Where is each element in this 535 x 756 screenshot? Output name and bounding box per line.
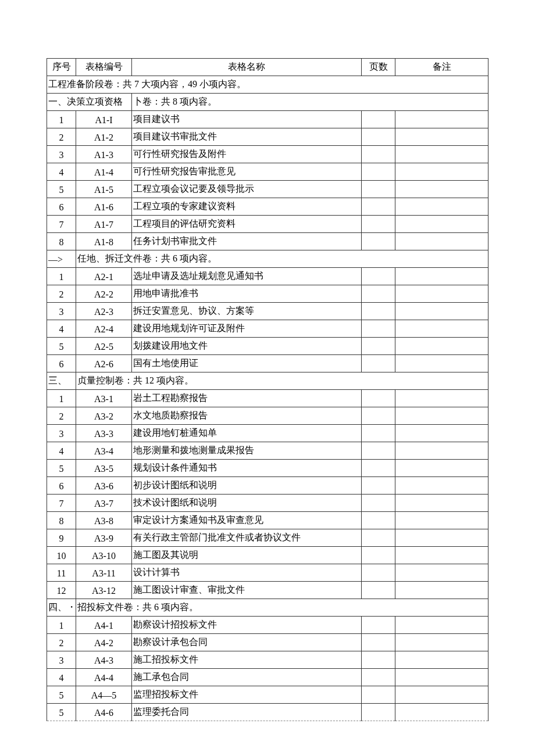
section-3: 三、 贞量控制卷：共 12 项内容。: [47, 372, 488, 390]
cell-note: [395, 425, 488, 442]
cell-seq: 2: [47, 128, 76, 146]
section-0-text: 工程准备阶段卷：共 7 大项内容，49 小项内容。: [47, 76, 488, 94]
cell-code: A3-1: [76, 390, 132, 407]
cell-note: [395, 198, 488, 216]
cell-name: 工程项目的评估研究资料: [132, 216, 362, 233]
header-note: 备注: [395, 59, 488, 76]
cell-code: A3-3: [76, 425, 132, 442]
section-1-right: 卜卷：共 8 项内容。: [132, 94, 488, 111]
cell-code: A3-8: [76, 512, 132, 529]
cell-note: [395, 512, 488, 529]
cell-code: A3-6: [76, 477, 132, 495]
cell-page: [362, 128, 395, 146]
cell-page: [362, 425, 395, 442]
cell-seq: 6: [47, 477, 76, 495]
cell-code: A3-7: [76, 495, 132, 512]
cell-note: [395, 338, 488, 355]
cell-seq: 8: [47, 512, 76, 529]
table-row: 2A2-2用地申请批准书: [47, 285, 488, 303]
rows-group-1: 1A1-I项目建议书2A1-2项目建议书审批文件3A1-3可行性研究报告及附件4…: [47, 111, 488, 250]
cell-seq: 4: [47, 163, 76, 181]
table-row: 3A1-3可行性研究报告及附件: [47, 146, 488, 163]
table-row: 4A2-4建设用地规划许可证及附件: [47, 320, 488, 338]
cell-page: [362, 582, 395, 599]
cell-name: 勘察设计承包合同: [132, 634, 362, 651]
cell-code: A3-12: [76, 582, 132, 599]
cell-name: 有关行政主管部门批准文件或者协议文件: [132, 529, 362, 547]
cell-code: A1-I: [76, 111, 132, 128]
cell-seq: 2: [47, 285, 76, 303]
cell-seq: 3: [47, 651, 76, 669]
cell-seq: 5: [47, 704, 76, 721]
cell-page: [362, 355, 395, 372]
header-seq: 序号: [47, 59, 76, 76]
table-row: 3A2-3拆迁安置意见、协议、方案等: [47, 303, 488, 320]
table-row: 5A4—5监理招投标文件: [47, 686, 488, 704]
section-4-right: 招投标文件卷：共 6 项内容。: [76, 599, 488, 617]
cell-page: [362, 407, 395, 425]
table-row: 5A4-6监理委托合同: [47, 704, 488, 721]
cell-note: [395, 442, 488, 460]
cell-page: [362, 181, 395, 198]
table-row: 1A3-1岩土工程勘察报告: [47, 390, 488, 407]
cell-seq: 2: [47, 634, 76, 651]
table-row: 12A3-12施工图设计审查、审批文件: [47, 582, 488, 599]
cell-code: A2-2: [76, 285, 132, 303]
document-table: 序号 表格编号 表格名称 页数 备注 工程准备阶段卷：共 7 大项内容，49 小…: [47, 58, 488, 721]
cell-name: 水文地质勘察报告: [132, 407, 362, 425]
cell-name: 初步设计图纸和说明: [132, 477, 362, 495]
cell-note: [395, 146, 488, 163]
cell-code: A3-11: [76, 564, 132, 582]
cell-page: [362, 651, 395, 669]
cell-page: [362, 617, 395, 634]
cell-note: [395, 669, 488, 686]
table-row: 5A1-5工程立项会议记要及领导批示: [47, 181, 488, 198]
cell-page: [362, 564, 395, 582]
cell-name: 项目建议书: [132, 111, 362, 128]
table-row: 6A3-6初步设计图纸和说明: [47, 477, 488, 495]
cell-seq: 3: [47, 425, 76, 442]
cell-note: [395, 686, 488, 704]
cell-note: [395, 128, 488, 146]
cell-note: [395, 477, 488, 495]
cell-name: 施工招投标文件: [132, 651, 362, 669]
cell-code: A4—5: [76, 686, 132, 704]
cell-code: A1-7: [76, 216, 132, 233]
cell-name: 地形测量和拨地测量成果报告: [132, 442, 362, 460]
cell-seq: 11: [47, 564, 76, 582]
cell-name: 选址申请及选址规划意见通知书: [132, 268, 362, 285]
cell-page: [362, 686, 395, 704]
cell-seq: 9: [47, 529, 76, 547]
cell-note: [395, 529, 488, 547]
cell-page: [362, 338, 395, 355]
cell-seq: 3: [47, 303, 76, 320]
cell-name: 岩土工程勘察报告: [132, 390, 362, 407]
cell-note: [395, 355, 488, 372]
cell-code: A4-1: [76, 617, 132, 634]
cell-note: [395, 268, 488, 285]
cell-code: A1-5: [76, 181, 132, 198]
cell-seq: 1: [47, 617, 76, 634]
cell-code: A3-5: [76, 460, 132, 477]
table-row: 3A3-3建设用地钉桩通知单: [47, 425, 488, 442]
cell-name: 勘察设计招投标文件: [132, 617, 362, 634]
cell-name: 国有土地使用证: [132, 355, 362, 372]
cell-note: [395, 407, 488, 425]
cell-page: [362, 704, 395, 721]
cell-name: 可行性研究报告审批意见: [132, 163, 362, 181]
section-2-left: —>: [47, 250, 76, 268]
cell-name: 项目建议书审批文件: [132, 128, 362, 146]
cell-seq: 8: [47, 233, 76, 250]
table-row: 3A4-3施工招投标文件: [47, 651, 488, 669]
cell-code: A2-4: [76, 320, 132, 338]
cell-name: 划拨建设用地文件: [132, 338, 362, 355]
table-row: 2A4-2勘察设计承包合同: [47, 634, 488, 651]
cell-seq: 12: [47, 582, 76, 599]
cell-seq: 4: [47, 320, 76, 338]
cell-page: [362, 320, 395, 338]
cell-code: A2-3: [76, 303, 132, 320]
header-page: 页数: [362, 59, 395, 76]
table-row: 4A4-4施工承包合同: [47, 669, 488, 686]
cell-seq: 5: [47, 686, 76, 704]
cell-name: 拆迁安置意见、协议、方案等: [132, 303, 362, 320]
